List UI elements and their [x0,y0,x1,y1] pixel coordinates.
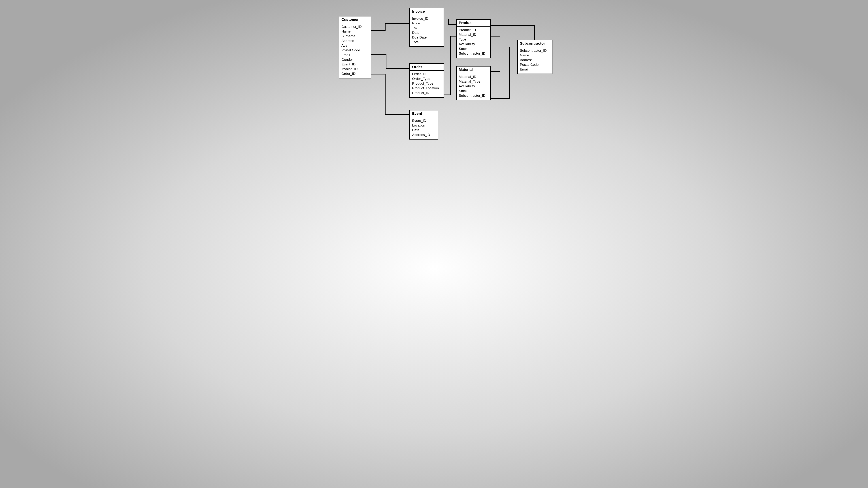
field: Product_ID [459,28,488,32]
field: Age [341,43,369,48]
entity-order-title: Order [410,64,443,71]
entity-product-fields: Product_ID Material_ID Type Availability… [457,27,490,58]
connector-customer-order [371,54,409,68]
connector-product-subcontractor [491,25,534,41]
field: Stock [459,89,488,93]
connector-invoice-product [444,19,456,24]
field: Product_Type [412,81,441,86]
field: Invoice_ID [341,67,369,71]
field: Location [412,123,436,128]
connector-order-product [444,36,456,95]
field: Stock [459,46,488,51]
field: Product_Location [412,86,441,91]
entity-material-title: Material [457,66,490,73]
connector-material-subcontractor [491,47,517,98]
entity-customer: Customer Customer_ID Name Surname Addres… [339,16,371,78]
field: Tax [412,26,441,30]
field: Address [520,58,550,62]
field: Order_ID [412,72,441,76]
field: Order_ID [341,71,369,76]
entity-invoice-fields: Invoice_ID Price Tax Date Due Date Total [410,15,443,46]
entity-event: Event Event_ID Location Date Address_ID [409,110,438,139]
entity-invoice-title: Invoice [410,8,443,15]
field: Name [341,29,369,34]
field: Address [341,38,369,43]
field: Event_ID [341,62,369,67]
entity-subcontractor-fields: Subcontractor_ID Name Address Postal Cod… [518,47,552,73]
field: Total [412,40,441,44]
field: Event_ID [412,119,436,123]
entity-subcontractor: Subcontractor Subcontractor_ID Name Addr… [517,40,553,74]
field: Date [412,30,441,35]
entity-order-fields: Order_ID Order_Type Product_Type Product… [410,71,443,97]
er-diagram-canvas: Customer Customer_ID Name Surname Addres… [304,0,564,147]
field: Order_Type [412,76,441,81]
field: Due Date [412,35,441,40]
field: Postal Code [341,48,369,53]
field: Material_Type [459,79,488,84]
field: Material_ID [459,32,488,37]
entity-subcontractor-title: Subcontractor [518,40,552,47]
connector-customer-invoice [371,24,409,31]
entity-material: Material Material_ID Material_Type Avail… [456,66,491,100]
field: Subcontractor_ID [459,93,488,98]
field: Type [459,37,488,42]
field: Subcontractor_ID [459,51,488,56]
field: Price [412,21,441,26]
field: Date [412,128,436,132]
entity-product: Product Product_ID Material_ID Type Avai… [456,19,491,58]
entity-event-title: Event [410,110,438,117]
field: Invoice_ID [412,16,441,21]
field: Gender [341,57,369,62]
field: Availability [459,84,488,89]
field: Subcontractor_ID [520,48,550,53]
entity-customer-title: Customer [339,17,371,23]
field: Product_ID [412,91,441,95]
field: Email [341,53,369,57]
entity-event-fields: Event_ID Location Date Address_ID [410,117,438,139]
entity-order: Order Order_ID Order_Type Product_Type P… [409,63,444,98]
field: Availability [459,42,488,46]
field: Email [520,67,550,72]
field: Customer_ID [341,24,369,29]
entity-customer-fields: Customer_ID Name Surname Address Age Pos… [339,23,371,78]
connector-customer-event [371,74,409,115]
field: Material_ID [459,74,488,79]
field: Name [520,53,550,58]
field: Address_ID [412,132,436,137]
field: Postal Code [520,62,550,67]
field: Surname [341,34,369,38]
entity-invoice: Invoice Invoice_ID Price Tax Date Due Da… [409,8,444,47]
connector-product-material [491,36,500,71]
entity-material-fields: Material_ID Material_Type Availability S… [457,73,490,100]
entity-product-title: Product [457,20,490,27]
